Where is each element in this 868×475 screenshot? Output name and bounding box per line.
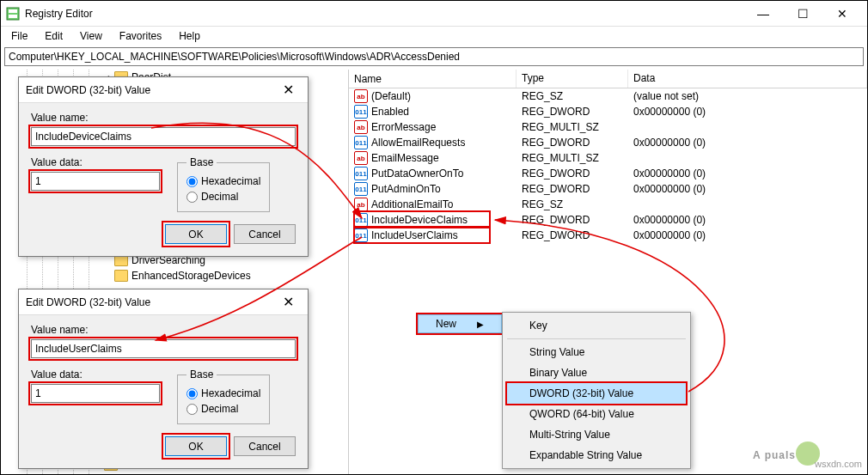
dialog2-title: Edit DWORD (32-bit) Value xyxy=(26,296,275,308)
value-data: 0x00000000 (0) xyxy=(628,183,867,195)
dialog2-radio-dec[interactable] xyxy=(186,404,198,415)
value-type-icon: 011 xyxy=(354,228,368,242)
value-type: REG_SZ xyxy=(517,198,628,210)
value-name: PutDataOwnerOnTo xyxy=(371,167,463,180)
value-type: REG_MULTI_SZ xyxy=(517,152,628,164)
dialog2-value-name-label: Value name: xyxy=(31,324,296,336)
value-type-icon: ab xyxy=(354,151,368,165)
value-type: REG_DWORD xyxy=(517,137,628,149)
dialog2-value-name-input[interactable] xyxy=(31,339,296,358)
value-name: IncludeDeviceClaims xyxy=(371,214,468,226)
value-type: REG_DWORD xyxy=(517,106,628,118)
value-type-icon: ab xyxy=(354,120,368,134)
regedit-icon xyxy=(6,7,20,21)
column-name[interactable]: Name xyxy=(349,70,517,88)
dialog1-radio-hex[interactable] xyxy=(186,176,198,187)
dialog1-base-group: Base Hexadecimal Decimal xyxy=(177,156,270,212)
address-text: Computer\HKEY_LOCAL_MACHINE\SOFTWARE\Pol… xyxy=(9,51,460,63)
dialog1-value-name-input[interactable] xyxy=(31,127,296,146)
dialog1-ok-button[interactable]: OK xyxy=(165,224,227,244)
value-type: REG_DWORD xyxy=(517,214,628,226)
context-item-string[interactable]: String Value xyxy=(505,342,688,362)
list-header: Name Type Data xyxy=(349,70,867,88)
value-type-icon: 011 xyxy=(354,136,368,149)
dialog2-cancel-button[interactable]: Cancel xyxy=(234,436,296,456)
menu-edit[interactable]: Edit xyxy=(38,28,70,44)
menu-help[interactable]: Help xyxy=(172,28,207,44)
value-type: REG_SZ xyxy=(517,90,628,102)
value-data: 0x00000000 (0) xyxy=(628,214,867,226)
list-row[interactable]: 011PutDataOwnerOnToREG_DWORD0x00000000 (… xyxy=(349,166,867,181)
dialog1-radio-dec[interactable] xyxy=(186,192,198,203)
appuals-logo: A puals xyxy=(753,442,820,466)
value-name: PutAdminOnTo xyxy=(371,183,441,195)
value-type: REG_DWORD xyxy=(517,183,628,195)
dialog1-value-name-label: Value name: xyxy=(31,112,296,124)
dialog2-close-icon[interactable]: ✕ xyxy=(275,294,301,310)
column-data[interactable]: Data xyxy=(628,70,867,88)
context-menu-new: Key String Value Binary Value DWORD (32-… xyxy=(502,312,691,469)
svg-rect-1 xyxy=(9,9,17,13)
dialog1-close-icon[interactable]: ✕ xyxy=(275,82,301,98)
value-name: IncludeUserClaims xyxy=(371,229,458,241)
chevron-right-icon: ▶ xyxy=(477,320,484,329)
titlebar: Registry Editor — ☐ ✕ xyxy=(1,1,867,27)
menu-file[interactable]: File xyxy=(4,28,34,44)
value-name: EmailMessage xyxy=(371,152,439,164)
dialog1-title: Edit DWORD (32-bit) Value xyxy=(26,84,275,96)
list-row[interactable]: 011IncludeDeviceClaimsREG_DWORD0x0000000… xyxy=(349,212,867,228)
context-item-dword[interactable]: DWORD (32-bit) Value xyxy=(505,383,688,404)
dialog1-cancel-button[interactable]: Cancel xyxy=(234,224,296,244)
value-data: 0x00000000 (0) xyxy=(628,137,867,149)
close-button[interactable]: ✕ xyxy=(822,1,862,27)
watermark: wsxdn.com xyxy=(815,459,862,469)
value-name: (Default) xyxy=(371,90,411,102)
menu-favorites[interactable]: Favorites xyxy=(113,28,168,44)
value-type-icon: 011 xyxy=(354,167,368,180)
value-type-icon: ab xyxy=(354,198,368,211)
value-name: Enabled xyxy=(371,106,409,118)
dialog2-radio-hex[interactable] xyxy=(186,388,198,399)
svg-rect-2 xyxy=(9,15,17,18)
value-data: (value not set) xyxy=(628,90,867,102)
list-row[interactable]: abAdditionalEmailToREG_SZ xyxy=(349,197,867,212)
context-item-multi[interactable]: Multi-String Value xyxy=(505,424,688,445)
value-type: REG_DWORD xyxy=(517,229,628,241)
context-item-key[interactable]: Key xyxy=(505,315,688,336)
value-name: AllowEmailRequests xyxy=(371,137,465,149)
value-type-icon: 011 xyxy=(354,105,368,119)
column-type[interactable]: Type xyxy=(517,70,628,88)
dialog2-ok-button[interactable]: OK xyxy=(165,436,227,456)
context-item-qword[interactable]: QWORD (64-bit) Value xyxy=(505,404,688,424)
window-controls: — ☐ ✕ xyxy=(743,1,862,27)
dialog1-value-data-label: Value data: xyxy=(31,156,160,168)
list-row[interactable]: 011PutAdminOnToREG_DWORD0x00000000 (0) xyxy=(349,181,867,197)
list-row[interactable]: 011EnabledREG_DWORD0x00000000 (0) xyxy=(349,104,867,119)
dialog2-value-data-input[interactable] xyxy=(31,384,160,403)
menu-view[interactable]: View xyxy=(73,28,109,44)
value-data: 0x00000000 (0) xyxy=(628,229,867,241)
list-row[interactable]: ab(Default)REG_SZ(value not set) xyxy=(349,88,867,104)
value-type-icon: 011 xyxy=(354,213,368,227)
tree-item[interactable]: EnhancedStorageDevices xyxy=(131,270,251,282)
dialog2-value-data-label: Value data: xyxy=(31,368,160,381)
minimize-button[interactable]: — xyxy=(743,1,783,27)
context-item-expand[interactable]: Expandable String Value xyxy=(505,445,688,466)
edit-dword-dialog-2: Edit DWORD (32-bit) Value ✕ Value name: … xyxy=(18,289,309,469)
value-type: REG_MULTI_SZ xyxy=(517,121,628,133)
context-new-item[interactable]: New ▶ xyxy=(418,314,502,333)
list-row[interactable]: 011AllowEmailRequestsREG_DWORD0x00000000… xyxy=(349,135,867,150)
value-type-icon: 011 xyxy=(354,182,368,196)
list-row[interactable]: 011IncludeUserClaimsREG_DWORD0x00000000 … xyxy=(349,228,867,243)
dialog1-value-data-input[interactable] xyxy=(31,172,160,191)
list-row[interactable]: abEmailMessageREG_MULTI_SZ xyxy=(349,150,867,166)
value-data: 0x00000000 (0) xyxy=(628,106,867,118)
maximize-button[interactable]: ☐ xyxy=(783,1,822,27)
menubar: File Edit View Favorites Help xyxy=(1,27,867,46)
value-data: 0x00000000 (0) xyxy=(628,167,867,180)
dialog2-base-group: Base Hexadecimal Decimal xyxy=(177,368,270,424)
window-title: Registry Editor xyxy=(25,8,743,20)
context-item-binary[interactable]: Binary Value xyxy=(505,362,688,383)
address-bar[interactable]: Computer\HKEY_LOCAL_MACHINE\SOFTWARE\Pol… xyxy=(4,47,864,66)
list-row[interactable]: abErrorMessageREG_MULTI_SZ xyxy=(349,119,867,135)
